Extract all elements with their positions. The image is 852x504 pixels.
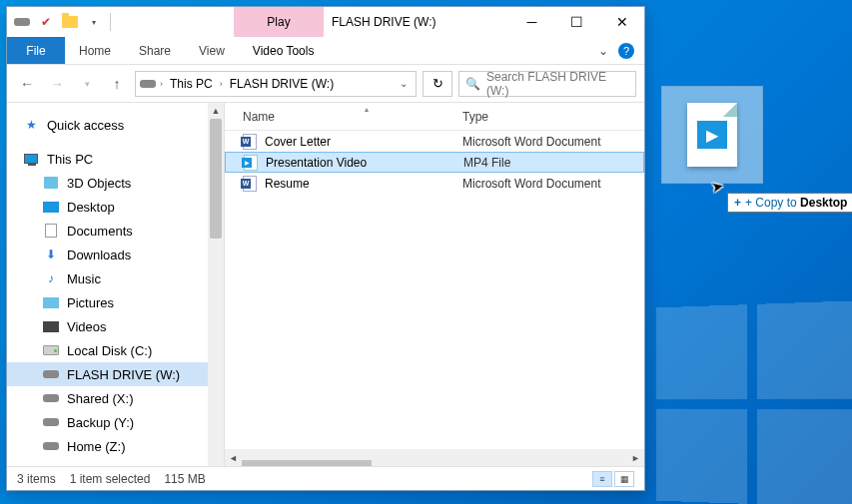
ribbon-expand-icon[interactable]: ⌄ bbox=[598, 44, 608, 58]
maximize-button[interactable]: ☐ bbox=[554, 7, 599, 37]
file-row[interactable]: Cover LetterMicrosoft Word Document bbox=[225, 131, 644, 152]
windows-logo bbox=[656, 300, 852, 504]
sidebar-item-backup[interactable]: Backup (Y:) bbox=[7, 410, 224, 434]
qat-newfolder-icon[interactable] bbox=[59, 11, 81, 33]
minimize-button[interactable]: ─ bbox=[509, 7, 554, 37]
sort-indicator-icon: ▴ bbox=[365, 105, 369, 114]
sidebar-item-3d-objects[interactable]: 3D Objects bbox=[7, 171, 224, 195]
horizontal-scrollbar[interactable]: ◄ ► bbox=[225, 449, 644, 466]
sidebar-item-local-disk[interactable]: Local Disk (C:) bbox=[7, 338, 224, 362]
tab-share[interactable]: Share bbox=[125, 37, 185, 64]
status-item-count: 3 items bbox=[17, 472, 56, 486]
drive-icon bbox=[43, 439, 59, 453]
sidebar-item-label: Quick access bbox=[47, 118, 124, 133]
sidebar-item-label: Downloads bbox=[67, 248, 131, 262]
view-details-button[interactable]: ≡ bbox=[592, 471, 612, 487]
drive-icon bbox=[43, 391, 59, 405]
scroll-right-icon[interactable]: ► bbox=[627, 449, 644, 466]
contextual-tab-play[interactable]: Play bbox=[234, 7, 324, 37]
sidebar-item-label: FLASH DRIVE (W:) bbox=[67, 367, 180, 382]
recent-dropdown-icon[interactable]: ▾ bbox=[75, 72, 99, 96]
close-button[interactable]: ✕ bbox=[599, 7, 644, 37]
forward-button[interactable]: → bbox=[45, 72, 69, 96]
scroll-left-icon[interactable]: ◄ bbox=[225, 449, 242, 466]
status-bar: 3 items 1 item selected 115 MB ≡ ▦ bbox=[7, 466, 644, 490]
titlebar[interactable]: ✔ ▾ Play FLASH DRIVE (W:) ─ ☐ ✕ bbox=[7, 7, 644, 37]
word-file-icon bbox=[243, 176, 257, 192]
sidebar-item-desktop[interactable]: Desktop bbox=[7, 195, 224, 219]
sidebar-item-label: Documents bbox=[67, 224, 133, 239]
file-name: Resume bbox=[265, 177, 310, 191]
file-type: Microsoft Word Document bbox=[456, 177, 644, 191]
file-explorer-window: ✔ ▾ Play FLASH DRIVE (W:) ─ ☐ ✕ File Hom… bbox=[6, 6, 645, 491]
sidebar-item-downloads[interactable]: ⬇Downloads bbox=[7, 243, 224, 266]
hdd-icon bbox=[43, 343, 59, 357]
sidebar-item-flash-drive[interactable]: FLASH DRIVE (W:) bbox=[7, 362, 224, 386]
sidebar-item-label: Music bbox=[67, 271, 101, 286]
drive-icon bbox=[43, 415, 59, 429]
pc-icon bbox=[23, 152, 39, 166]
downloads-icon: ⬇ bbox=[43, 248, 59, 261]
search-icon: 🔍 bbox=[465, 77, 480, 91]
sidebar-item-label: 3D Objects bbox=[67, 176, 131, 191]
status-size: 115 MB bbox=[164, 472, 205, 486]
tab-video-tools[interactable]: Video Tools bbox=[239, 37, 329, 64]
column-headers[interactable]: ▴ Name Type bbox=[225, 103, 644, 131]
address-bar[interactable]: › This PC › FLASH DRIVE (W:) ⌄ bbox=[135, 71, 417, 97]
sidebar-quick-access[interactable]: ★ Quick access bbox=[7, 113, 224, 137]
file-name: Presentation Video bbox=[266, 156, 367, 170]
file-row[interactable]: Presentation VideoMP4 File bbox=[225, 152, 644, 173]
file-row[interactable]: ResumeMicrosoft Word Document bbox=[225, 173, 644, 194]
quick-access-toolbar: ✔ ▾ bbox=[7, 7, 114, 37]
address-dropdown-icon[interactable]: ⌄ bbox=[396, 78, 412, 89]
tab-home[interactable]: Home bbox=[65, 37, 125, 64]
scroll-thumb[interactable] bbox=[242, 460, 372, 467]
sidebar-item-music[interactable]: ♪Music bbox=[7, 266, 224, 290]
search-input[interactable]: 🔍 Search FLASH DRIVE (W:) bbox=[458, 71, 636, 97]
file-name: Cover Letter bbox=[265, 135, 331, 149]
drop-tooltip: + + Copy to Desktop bbox=[727, 193, 852, 213]
qat-properties-icon[interactable]: ✔ bbox=[35, 11, 57, 33]
ghost-file-icon: ▶ bbox=[687, 103, 737, 167]
up-button[interactable]: ↑ bbox=[105, 72, 129, 96]
file-menu[interactable]: File bbox=[7, 37, 65, 64]
file-list-pane[interactable]: ▴ Name Type Cover LetterMicrosoft Word D… bbox=[225, 103, 644, 466]
column-header-type[interactable]: Type bbox=[456, 110, 644, 124]
navigation-bar: ← → ▾ ↑ › This PC › FLASH DRIVE (W:) ⌄ ↻… bbox=[7, 65, 644, 103]
scroll-up-icon[interactable]: ▲ bbox=[208, 103, 224, 119]
status-selection: 1 item selected bbox=[70, 472, 151, 486]
sidebar-item-pictures[interactable]: Pictures bbox=[7, 290, 224, 314]
chevron-right-icon[interactable]: › bbox=[160, 79, 163, 89]
qat-dropdown-icon[interactable]: ▾ bbox=[83, 11, 105, 33]
sidebar-item-label: Pictures bbox=[67, 295, 114, 310]
sidebar-item-documents[interactable]: Documents bbox=[7, 219, 224, 243]
window-title: FLASH DRIVE (W:) bbox=[324, 7, 509, 37]
column-header-name[interactable]: Name bbox=[225, 110, 456, 124]
sidebar-item-label: Videos bbox=[67, 319, 107, 334]
ribbon-tabs: File Home Share View Video Tools ⌄ ? bbox=[7, 37, 644, 65]
sidebar-item-label: This PC bbox=[47, 152, 93, 167]
tab-view[interactable]: View bbox=[185, 37, 239, 64]
scroll-thumb[interactable] bbox=[210, 119, 222, 239]
sidebar-item-label: Desktop bbox=[67, 200, 115, 215]
refresh-button[interactable]: ↻ bbox=[423, 71, 452, 97]
sidebar-item-home[interactable]: Home (Z:) bbox=[7, 434, 224, 458]
sidebar-item-label: Home (Z:) bbox=[67, 439, 126, 454]
sidebar-item-shared[interactable]: Shared (X:) bbox=[7, 386, 224, 410]
pictures-icon bbox=[43, 295, 59, 309]
app-icon[interactable] bbox=[11, 11, 33, 33]
breadcrumb-this-pc[interactable]: This PC bbox=[167, 77, 216, 91]
view-thumbnails-button[interactable]: ▦ bbox=[614, 471, 634, 487]
help-icon[interactable]: ? bbox=[618, 43, 634, 59]
desktop-icon bbox=[43, 200, 59, 214]
back-button[interactable]: ← bbox=[15, 72, 39, 96]
navigation-pane[interactable]: ▲ ★ Quick access This PC 3D Objects Desk… bbox=[7, 103, 225, 466]
sidebar-this-pc[interactable]: This PC bbox=[7, 147, 224, 171]
play-icon: ▶ bbox=[697, 121, 727, 149]
sidebar-scrollbar[interactable]: ▲ bbox=[208, 103, 224, 466]
sidebar-item-videos[interactable]: Videos bbox=[7, 314, 224, 338]
chevron-right-icon[interactable]: › bbox=[220, 79, 223, 89]
sidebar-item-label: Backup (Y:) bbox=[67, 415, 134, 430]
search-placeholder: Search FLASH DRIVE (W:) bbox=[486, 70, 629, 98]
breadcrumb-drive[interactable]: FLASH DRIVE (W:) bbox=[227, 77, 337, 91]
